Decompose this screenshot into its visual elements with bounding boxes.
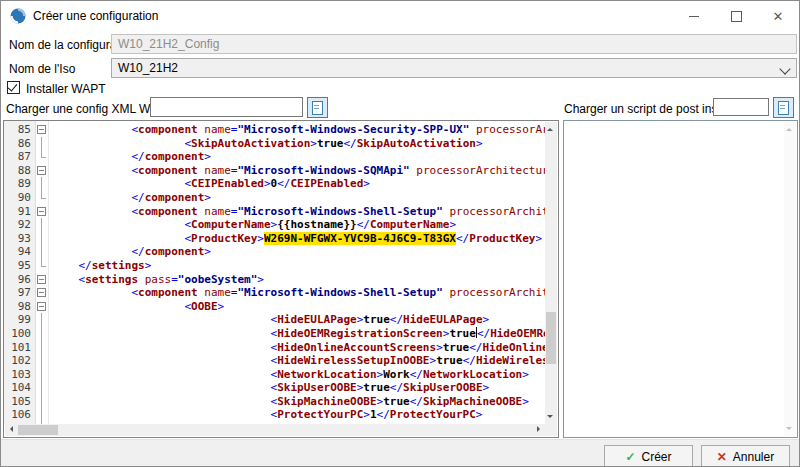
code-segment: HideOEMRegistrationScreen (277, 327, 443, 340)
code-text: <component name="Microsoft-Windows-Shell… (49, 205, 545, 219)
code-segment: SkipMachineOOBE (423, 395, 522, 408)
fold-guide (35, 218, 49, 232)
fold-collapse-control[interactable] (35, 205, 49, 219)
code-line-89[interactable]: 89 <CEIPEnabled>0</CEIPEnabled> (4, 177, 545, 191)
code-segment: </ (469, 341, 482, 354)
code-line-103[interactable]: 103 <NetworkLocation>Work</NetworkLocati… (4, 368, 545, 382)
code-line-93[interactable]: 93 <ProductKey>W269N-WFGWX-YVC9B-4J6C9-T… (4, 232, 545, 246)
scroll-right-icon[interactable] (537, 426, 543, 432)
code-segment: 1 (370, 408, 377, 421)
fold-minus-icon[interactable] (37, 166, 46, 175)
line-number: 103 (4, 368, 35, 382)
config-name-input[interactable]: W10_21H2_Config (111, 34, 797, 54)
line-number: 104 (4, 381, 35, 395)
line-number: 105 (4, 395, 35, 409)
code-segment: </ (131, 191, 144, 204)
panel-vscrollbar[interactable] (784, 122, 796, 436)
create-button[interactable]: ✓ Créer (604, 445, 693, 467)
code-line-86[interactable]: 86 <SkipAutoActivation>true</SkipAutoAct… (4, 137, 545, 151)
fold-minus-icon[interactable] (37, 302, 46, 311)
code-segment: NetworkLocation (277, 368, 376, 381)
code-segment: > (218, 300, 225, 313)
fold-collapse-control[interactable] (35, 273, 49, 287)
winpe-xml-input[interactable] (150, 97, 303, 117)
code-line-85[interactable]: 85 <component name="Microsoft-Windows-Se… (4, 123, 545, 137)
fold-minus-icon[interactable] (37, 207, 46, 216)
code-line-101[interactable]: 101 <HideOnlineAccountScreens>true</Hide… (4, 341, 545, 355)
code-line-96[interactable]: 96 <settings pass="oobeSystem"> (4, 273, 545, 287)
scroll-left-icon[interactable] (7, 426, 13, 432)
fold-minus-icon[interactable] (37, 125, 46, 134)
code-line-106[interactable]: 106 <ProtectYourPC>1</ProtectYourPC> (4, 408, 545, 422)
scroll-down-icon[interactable] (786, 427, 792, 433)
code-text: <OOBE> (49, 300, 224, 314)
code-segment: component (138, 123, 198, 136)
fold-collapse-control[interactable] (35, 286, 49, 300)
scroll-down-icon[interactable] (547, 415, 553, 421)
install-wapt-checkbox[interactable] (7, 81, 20, 94)
post-install-script-panel[interactable] (563, 120, 798, 438)
code-line-102[interactable]: 102 <HideWirelessSetupInOOBE>true</HideW… (4, 354, 545, 368)
code-text: </component> (49, 245, 211, 259)
code-segment: ProtectYourPC (390, 408, 476, 421)
minimize-button[interactable] (673, 1, 715, 31)
scroll-up-icon[interactable] (786, 125, 792, 131)
maximize-button[interactable] (715, 1, 757, 31)
iso-name-value: W10_21H2 (118, 61, 178, 75)
fold-minus-icon[interactable] (37, 288, 46, 297)
fold-minus-icon[interactable] (37, 275, 46, 284)
editor-vscrollbar[interactable] (545, 122, 557, 424)
code-line-90[interactable]: 90 </component> (4, 191, 545, 205)
code-segment: </ (456, 232, 469, 245)
code-segment: settings (85, 273, 138, 286)
code-text: <HideWirelessSetupInOOBE>true</HideWirel… (49, 354, 545, 368)
line-number: 92 (4, 218, 35, 232)
code-segment: > (310, 137, 317, 150)
line-number: 102 (4, 354, 35, 368)
hscroll-thumb[interactable] (18, 425, 58, 435)
code-line-98[interactable]: 98 <OOBE> (4, 300, 545, 314)
code-line-100[interactable]: 100 <HideOEMRegistrationScreen>true</Hid… (4, 327, 545, 341)
code-line-92[interactable]: 92 <ComputerName>{{hostname}}</ComputerN… (4, 218, 545, 232)
fold-collapse-control[interactable] (35, 123, 49, 137)
code-line-87[interactable]: 87 </component> (4, 150, 545, 164)
code-line-88[interactable]: 88 <component name="Microsoft-Windows-SQ… (4, 164, 545, 178)
fold-guide (35, 313, 49, 327)
code-line-94[interactable]: 94 </component> (4, 245, 545, 259)
code-text: <SkipAutoActivation>true</SkipAutoActiva… (49, 137, 483, 151)
post-install-input[interactable] (713, 98, 769, 116)
code-line-97[interactable]: 97 <component name="Microsoft-Windows-Sh… (4, 286, 545, 300)
code-segment: > (264, 177, 271, 190)
iso-name-combobox[interactable]: W10_21H2 (111, 58, 797, 78)
create-button-label: Créer (642, 450, 672, 464)
editor-hscrollbar[interactable] (5, 424, 545, 436)
fold-collapse-control[interactable] (35, 300, 49, 314)
line-number: 87 (4, 150, 35, 164)
code-line-104[interactable]: 104 <SkipUserOOBE>true</SkipUserOOBE> (4, 381, 545, 395)
minimize-icon (689, 16, 699, 17)
code-segment: ProductKey (191, 232, 257, 245)
fold-guide (35, 245, 49, 259)
code-line-91[interactable]: 91 <component name="Microsoft-Windows-Sh… (4, 205, 545, 219)
code-line-95[interactable]: 95 </settings> (4, 259, 545, 273)
vscroll-thumb[interactable] (546, 312, 556, 364)
fold-collapse-control[interactable] (35, 164, 49, 178)
code-segment: > (436, 341, 443, 354)
line-number: 90 (4, 191, 35, 205)
scroll-up-icon[interactable] (547, 125, 553, 131)
code-text: <HideEULAPage>true</HideEULAPage> (49, 313, 489, 327)
code-segment: HideOnlineAccountScreens (277, 341, 436, 354)
code-line-99[interactable]: 99 <HideEULAPage>true</HideEULAPage> (4, 313, 545, 327)
code-segment: "Microsoft-Windows-Shell-Setup" (237, 286, 442, 299)
code-line-105[interactable]: 105 <SkipMachineOOBE>true</SkipMachineOO… (4, 395, 545, 409)
code-lines[interactable]: 85 <component name="Microsoft-Windows-Se… (4, 123, 545, 424)
fold-guide (35, 191, 49, 205)
code-segment: </ (410, 368, 423, 381)
close-button[interactable]: ✕ (757, 1, 799, 31)
xml-editor[interactable]: 85 <component name="Microsoft-Windows-Se… (3, 120, 559, 438)
winpe-xml-browse-button[interactable] (307, 97, 328, 118)
code-segment: {{hostname}} (277, 218, 356, 231)
cancel-button[interactable]: ✕ Annuler (701, 445, 790, 467)
code-segment: NetworkLocation (423, 368, 522, 381)
post-install-browse-button[interactable] (773, 97, 794, 118)
